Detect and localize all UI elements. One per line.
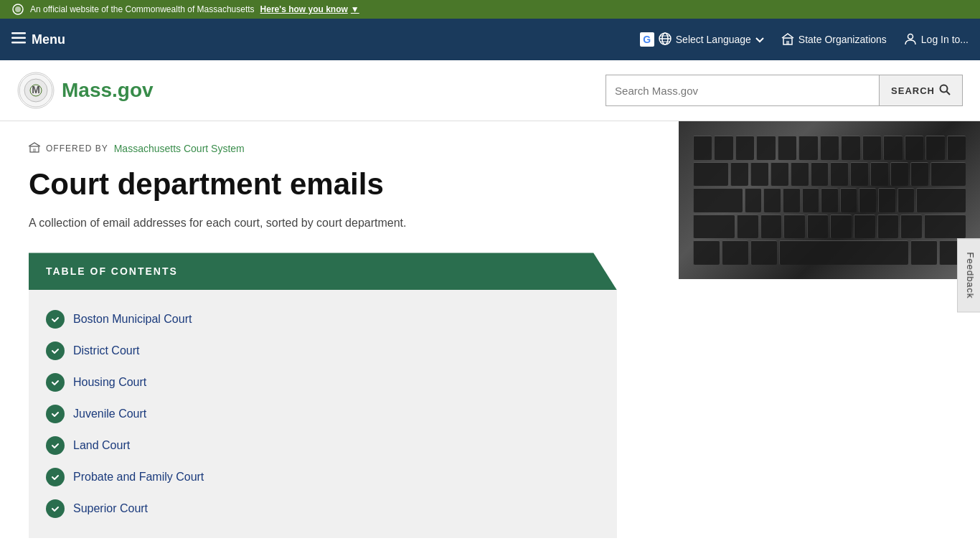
offered-by: OFFERED BY Massachusetts Court System	[29, 141, 617, 155]
seal-icon	[11, 3, 24, 16]
org-icon	[29, 141, 40, 155]
search-area: SEARCH	[606, 75, 963, 106]
hero-image	[679, 121, 980, 279]
search-button[interactable]: SEARCH	[879, 75, 962, 105]
main-nav: Menu G Select Language	[0, 19, 980, 60]
toc-link[interactable]: District Court	[73, 344, 139, 357]
toc-item[interactable]: Juvenile Court	[46, 405, 600, 423]
hamburger-icon	[11, 32, 26, 47]
top-banner: An official website of the Commonwealth …	[0, 0, 980, 19]
toc-section: TABLE OF CONTENTS Boston Municipal Court…	[29, 253, 617, 538]
toc-item[interactable]: Superior Court	[46, 499, 600, 518]
toc-circle-icon	[46, 468, 65, 486]
mass-seal-icon: M	[17, 72, 55, 109]
toc-circle-icon	[46, 342, 65, 360]
toc-item[interactable]: Boston Municipal Court	[46, 310, 600, 329]
toc-circle-icon	[46, 373, 65, 392]
toc-link[interactable]: Juvenile Court	[73, 408, 146, 420]
svg-point-18	[941, 85, 948, 92]
svg-rect-21	[33, 149, 36, 152]
org-link[interactable]: Massachusetts Court System	[114, 143, 245, 154]
globe-icon	[659, 32, 672, 47]
toc-link[interactable]: Superior Court	[73, 502, 148, 515]
google-translate[interactable]: G Select Language	[640, 32, 764, 47]
toc-item[interactable]: Land Court	[46, 436, 600, 455]
toc-link[interactable]: Boston Municipal Court	[73, 313, 192, 326]
toc-link[interactable]: Probate and Family Court	[73, 471, 204, 484]
toc-circle-icon	[46, 499, 65, 518]
building-icon	[781, 32, 794, 47]
page-main: OFFERED BY Massachusetts Court System Co…	[0, 121, 646, 551]
svg-rect-3	[11, 37, 26, 39]
menu-button[interactable]: Menu	[11, 32, 640, 47]
logo-link[interactable]: M Mass.gov	[17, 72, 154, 109]
language-chevron-icon	[755, 34, 764, 45]
google-translate-icon: G	[640, 32, 654, 47]
search-icon	[939, 84, 951, 98]
svg-line-19	[947, 91, 951, 95]
search-input[interactable]	[606, 75, 879, 105]
page-content: OFFERED BY Massachusetts Court System Co…	[0, 121, 980, 551]
page-description: A collection of email addresses for each…	[29, 217, 617, 230]
toc-item[interactable]: Housing Court	[46, 373, 600, 392]
toc-link[interactable]: Housing Court	[73, 376, 146, 389]
login-button[interactable]: Log In to...	[904, 32, 969, 47]
feedback-tab[interactable]: Feedback	[957, 238, 980, 312]
toc-circle-icon	[46, 310, 65, 329]
heres-how-link[interactable]: Here's how you know ▼	[260, 4, 359, 14]
toc-item[interactable]: District Court	[46, 342, 600, 360]
toc-circle-icon	[46, 436, 65, 455]
logo-text: Mass.gov	[62, 79, 154, 102]
toc-body: Boston Municipal Court District Court Ho…	[29, 290, 617, 538]
toc-header: TABLE OF CONTENTS	[29, 253, 617, 290]
svg-rect-11	[786, 41, 789, 44]
svg-point-1	[15, 6, 21, 12]
svg-rect-4	[11, 42, 26, 44]
nav-right: G Select Language	[640, 32, 969, 47]
content-wrapper: OFFERED BY Massachusetts Court System Co…	[0, 121, 980, 551]
state-organizations[interactable]: State Organizations	[781, 32, 887, 47]
toc-circle-icon	[46, 405, 65, 423]
official-text: An official website of the Commonwealth …	[30, 4, 255, 14]
site-header: M Mass.gov SEARCH	[0, 60, 980, 121]
svg-point-12	[908, 34, 913, 39]
page-title: Court department emails	[29, 166, 617, 202]
svg-rect-2	[11, 32, 26, 34]
keyboard-image	[679, 121, 980, 279]
login-icon	[904, 32, 917, 47]
toc-item[interactable]: Probate and Family Court	[46, 468, 600, 486]
toc-link[interactable]: Land Court	[73, 439, 130, 452]
